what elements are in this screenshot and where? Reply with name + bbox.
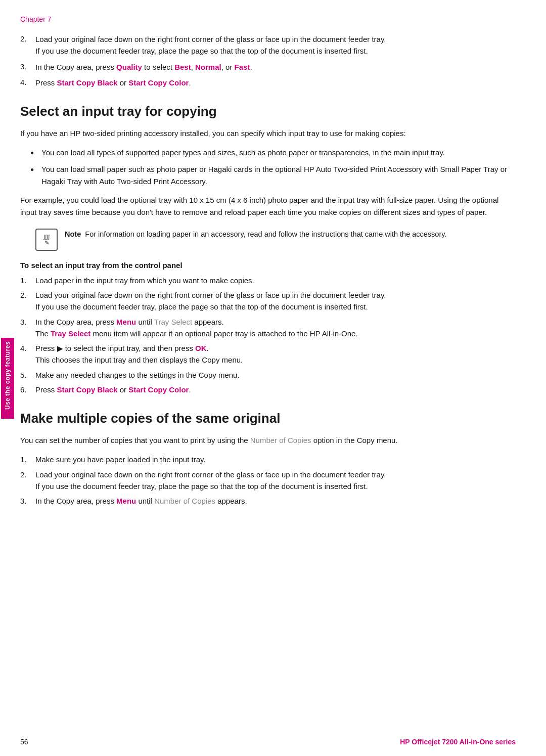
top-steps-list: 2. Load your original face down on the r…: [20, 33, 516, 88]
step-content: Make any needed changes to the settings …: [35, 369, 516, 381]
step-content: Press ▶ to select the input tray, and th…: [35, 342, 516, 366]
section1-body: For example, you could load the optional…: [20, 194, 516, 218]
step-content: In the Copy area, press Quality to selec…: [35, 61, 516, 73]
proc-step-4: 4. Press ▶ to select the input tray, and…: [20, 342, 516, 366]
proc2-step-1: 1. Make sure you have paper loaded in th…: [20, 454, 516, 465]
page-container: Use the copy features Chapter 7 2. Load …: [0, 0, 546, 756]
tray-select-link: Tray Select: [51, 329, 90, 338]
top-step-3: 3. In the Copy area, press Quality to se…: [20, 61, 516, 73]
step-num: 3.: [20, 61, 35, 73]
proc-step-2: 2. Load your original face down on the r…: [20, 289, 516, 313]
step-content: Load your original face down on the righ…: [35, 289, 516, 313]
step-num: 2.: [20, 469, 35, 493]
section2-heading: Make multiple copies of the same origina…: [20, 411, 516, 426]
quality-link: Quality: [116, 63, 142, 71]
proc-list-1: 1. Load paper in the input tray from whi…: [20, 275, 516, 395]
page-footer: 56 HP Officejet 7200 All-in-One series: [20, 738, 516, 746]
menu-link-2: Menu: [116, 497, 136, 505]
section2-intro: You can set the number of copies that yo…: [20, 434, 516, 447]
step-content: Load paper in the input tray from which …: [35, 275, 516, 286]
step-num: 4.: [20, 77, 35, 88]
normal-link: Normal: [195, 63, 221, 71]
start-copy-black-2: Start Copy Black: [57, 385, 118, 394]
note-label: Note: [65, 230, 81, 238]
top-step-4: 4. Press Start Copy Black or Start Copy …: [20, 77, 516, 88]
side-tab: Use the copy features: [1, 338, 14, 419]
ok-link: OK: [195, 344, 207, 352]
step-num: 4.: [20, 342, 35, 366]
proc2-step-2: 2. Load your original face down on the r…: [20, 469, 516, 493]
step-num: 2.: [20, 289, 35, 313]
chapter-label: Chapter 7: [20, 15, 516, 23]
step-num: 6.: [20, 384, 35, 395]
step-num: 1.: [20, 275, 35, 286]
step-content: Load your original face down on the righ…: [35, 469, 516, 493]
menu-link: Menu: [116, 318, 136, 326]
main-content: Chapter 7 2. Load your original face dow…: [20, 0, 516, 756]
section1-intro: If you have an HP two-sided printing acc…: [20, 127, 516, 140]
step-content: Press Start Copy Black or Start Copy Col…: [35, 384, 516, 395]
step-num: 2.: [20, 33, 35, 57]
number-of-copies-gray: Number of Copies: [250, 436, 311, 444]
bullet-list: You can load all types of supported pape…: [20, 147, 516, 187]
proc-step-5: 5. Make any needed changes to the settin…: [20, 369, 516, 381]
footer-page-number: 56: [20, 738, 28, 746]
top-step-2: 2. Load your original face down on the r…: [20, 33, 516, 57]
step-num: 3.: [20, 495, 35, 507]
step-content: Load your original face down on the righ…: [35, 33, 516, 57]
bullet-item-2: You can load small paper such as photo p…: [30, 163, 516, 187]
tray-select-gray: Tray Select: [154, 318, 192, 326]
best-link: Best: [174, 63, 191, 71]
note-icon-symbol: ∫∫∫∫✎: [43, 234, 50, 246]
step-content: Press Start Copy Black or Start Copy Col…: [35, 77, 516, 88]
bullet-text: You can load small paper such as photo p…: [41, 163, 516, 187]
step-num: 1.: [20, 454, 35, 465]
step-content: In the Copy area, press Menu until Numbe…: [35, 495, 516, 507]
fast-link: Fast: [235, 63, 250, 71]
proc-list-2: 1. Make sure you have paper loaded in th…: [20, 454, 516, 507]
footer-product-name: HP Officejet 7200 All-in-One series: [400, 738, 516, 746]
start-copy-black-link: Start Copy Black: [57, 78, 118, 87]
bullet-item-1: You can load all types of supported pape…: [30, 147, 516, 158]
start-copy-color-link: Start Copy Color: [128, 78, 189, 87]
proc-step-1: 1. Load paper in the input tray from whi…: [20, 275, 516, 286]
proc-step-6: 6. Press Start Copy Black or Start Copy …: [20, 384, 516, 395]
step-num: 5.: [20, 369, 35, 381]
note-box: ∫∫∫∫✎ Note For information on loading pa…: [35, 229, 516, 251]
start-copy-color-2: Start Copy Color: [128, 385, 189, 394]
proc2-step-3: 3. In the Copy area, press Menu until Nu…: [20, 495, 516, 507]
section1-subheading: To select an input tray from the control…: [20, 261, 516, 270]
bullet-text: You can load all types of supported pape…: [41, 147, 445, 158]
step-content: In the Copy area, press Menu until Tray …: [35, 316, 516, 340]
num-copies-gray: Number of Copies: [154, 497, 215, 505]
note-icon: ∫∫∫∫✎: [35, 229, 58, 251]
section1-heading: Select an input tray for copying: [20, 104, 516, 119]
step-content: Make sure you have paper loaded in the i…: [35, 454, 516, 465]
note-text: Note For information on loading paper in…: [65, 229, 446, 240]
step-num: 3.: [20, 316, 35, 340]
proc-step-3: 3. In the Copy area, press Menu until Tr…: [20, 316, 516, 340]
